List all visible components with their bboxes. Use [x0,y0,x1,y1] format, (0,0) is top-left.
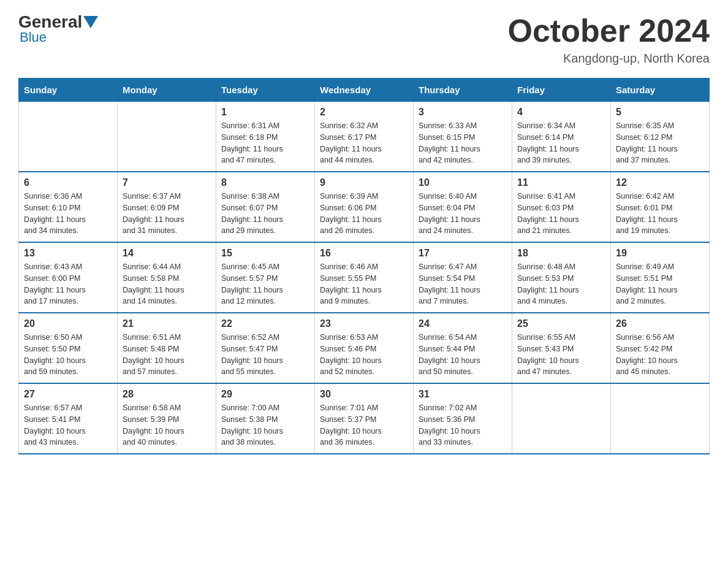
table-row: 17Sunrise: 6:47 AM Sunset: 5:54 PM Dayli… [414,242,512,313]
calendar-week-row: 1Sunrise: 6:31 AM Sunset: 6:18 PM Daylig… [19,102,710,172]
day-info: Sunrise: 6:52 AM Sunset: 5:47 PM Dayligh… [221,332,309,378]
day-info: Sunrise: 6:35 AM Sunset: 6:12 PM Dayligh… [616,120,704,166]
day-number: 16 [320,248,408,259]
day-number: 1 [221,107,309,118]
month-title: October 2024 [508,12,710,49]
day-number: 20 [24,318,112,329]
day-info: Sunrise: 6:33 AM Sunset: 6:15 PM Dayligh… [419,120,507,166]
table-row: 5Sunrise: 6:35 AM Sunset: 6:12 PM Daylig… [611,102,710,172]
day-number: 9 [320,177,408,188]
day-number: 11 [517,177,605,188]
day-number: 13 [24,248,112,259]
table-row: 4Sunrise: 6:34 AM Sunset: 6:14 PM Daylig… [512,102,611,172]
table-row: 13Sunrise: 6:43 AM Sunset: 6:00 PM Dayli… [19,242,118,313]
table-row: 19Sunrise: 6:49 AM Sunset: 5:51 PM Dayli… [611,242,710,313]
day-info: Sunrise: 6:34 AM Sunset: 6:14 PM Dayligh… [517,120,605,166]
day-info: Sunrise: 6:42 AM Sunset: 6:01 PM Dayligh… [616,191,704,237]
day-info: Sunrise: 6:58 AM Sunset: 5:39 PM Dayligh… [123,402,211,448]
table-row: 23Sunrise: 6:53 AM Sunset: 5:46 PM Dayli… [315,313,414,383]
table-row: 21Sunrise: 6:51 AM Sunset: 5:48 PM Dayli… [118,313,216,383]
table-row: 15Sunrise: 6:45 AM Sunset: 5:57 PM Dayli… [216,242,315,313]
table-row: 7Sunrise: 6:37 AM Sunset: 6:09 PM Daylig… [118,172,216,242]
day-number: 10 [419,177,507,188]
table-row: 8Sunrise: 6:38 AM Sunset: 6:07 PM Daylig… [216,172,315,242]
day-info: Sunrise: 6:45 AM Sunset: 5:57 PM Dayligh… [221,261,309,307]
day-info: Sunrise: 7:00 AM Sunset: 5:38 PM Dayligh… [221,402,309,448]
day-number: 4 [517,107,605,118]
table-row [118,102,216,172]
table-row [19,102,118,172]
day-number: 15 [221,248,309,259]
day-info: Sunrise: 6:44 AM Sunset: 5:58 PM Dayligh… [123,261,211,307]
table-row [611,383,710,454]
day-info: Sunrise: 6:54 AM Sunset: 5:44 PM Dayligh… [419,332,507,378]
day-info: Sunrise: 6:48 AM Sunset: 5:53 PM Dayligh… [517,261,605,307]
location-text: Kangdong-up, North Korea [508,52,710,66]
day-number: 21 [123,318,211,329]
header-thursday: Thursday [414,79,512,102]
day-number: 24 [419,318,507,329]
header-monday: Monday [118,79,216,102]
calendar-week-row: 13Sunrise: 6:43 AM Sunset: 6:00 PM Dayli… [19,242,710,313]
day-number: 6 [24,177,112,188]
header-sunday: Sunday [19,79,118,102]
day-info: Sunrise: 6:40 AM Sunset: 6:04 PM Dayligh… [419,191,507,237]
table-row: 30Sunrise: 7:01 AM Sunset: 5:37 PM Dayli… [315,383,414,454]
day-info: Sunrise: 6:51 AM Sunset: 5:48 PM Dayligh… [123,332,211,378]
table-row: 26Sunrise: 6:56 AM Sunset: 5:42 PM Dayli… [611,313,710,383]
day-info: Sunrise: 6:41 AM Sunset: 6:03 PM Dayligh… [517,191,605,237]
header-friday: Friday [512,79,611,102]
day-info: Sunrise: 6:37 AM Sunset: 6:09 PM Dayligh… [123,191,211,237]
day-info: Sunrise: 6:57 AM Sunset: 5:41 PM Dayligh… [24,402,112,448]
table-row: 1Sunrise: 6:31 AM Sunset: 6:18 PM Daylig… [216,102,315,172]
day-number: 31 [419,389,507,400]
day-info: Sunrise: 7:01 AM Sunset: 5:37 PM Dayligh… [320,402,408,448]
day-info: Sunrise: 6:46 AM Sunset: 5:55 PM Dayligh… [320,261,408,307]
day-number: 7 [123,177,211,188]
day-number: 26 [616,318,704,329]
table-row: 18Sunrise: 6:48 AM Sunset: 5:53 PM Dayli… [512,242,611,313]
table-row: 29Sunrise: 7:00 AM Sunset: 5:38 PM Dayli… [216,383,315,454]
day-info: Sunrise: 6:49 AM Sunset: 5:51 PM Dayligh… [616,261,704,307]
day-info: Sunrise: 6:47 AM Sunset: 5:54 PM Dayligh… [419,261,507,307]
logo: General Blue [18,12,99,45]
day-number: 23 [320,318,408,329]
day-number: 30 [320,389,408,400]
table-row: 9Sunrise: 6:39 AM Sunset: 6:06 PM Daylig… [315,172,414,242]
table-row: 6Sunrise: 6:36 AM Sunset: 6:10 PM Daylig… [19,172,118,242]
day-number: 29 [221,389,309,400]
day-info: Sunrise: 6:36 AM Sunset: 6:10 PM Dayligh… [24,191,112,237]
table-row [512,383,611,454]
day-number: 2 [320,107,408,118]
table-row: 27Sunrise: 6:57 AM Sunset: 5:41 PM Dayli… [19,383,118,454]
table-row: 24Sunrise: 6:54 AM Sunset: 5:44 PM Dayli… [414,313,512,383]
calendar-header-row: Sunday Monday Tuesday Wednesday Thursday… [19,79,710,102]
day-number: 18 [517,248,605,259]
calendar-week-row: 27Sunrise: 6:57 AM Sunset: 5:41 PM Dayli… [19,383,710,454]
day-info: Sunrise: 6:32 AM Sunset: 6:17 PM Dayligh… [320,120,408,166]
logo-triangle-icon [83,16,98,28]
day-number: 14 [123,248,211,259]
day-number: 27 [24,389,112,400]
day-info: Sunrise: 6:39 AM Sunset: 6:06 PM Dayligh… [320,191,408,237]
day-number: 17 [419,248,507,259]
table-row: 28Sunrise: 6:58 AM Sunset: 5:39 PM Dayli… [118,383,216,454]
day-number: 19 [616,248,704,259]
calendar-week-row: 20Sunrise: 6:50 AM Sunset: 5:50 PM Dayli… [19,313,710,383]
table-row: 31Sunrise: 7:02 AM Sunset: 5:36 PM Dayli… [414,383,512,454]
day-number: 3 [419,107,507,118]
table-row: 3Sunrise: 6:33 AM Sunset: 6:15 PM Daylig… [414,102,512,172]
day-info: Sunrise: 6:43 AM Sunset: 6:00 PM Dayligh… [24,261,112,307]
table-row: 16Sunrise: 6:46 AM Sunset: 5:55 PM Dayli… [315,242,414,313]
table-row: 22Sunrise: 6:52 AM Sunset: 5:47 PM Dayli… [216,313,315,383]
day-number: 25 [517,318,605,329]
table-row: 20Sunrise: 6:50 AM Sunset: 5:50 PM Dayli… [19,313,118,383]
header-wednesday: Wednesday [315,79,414,102]
table-row: 25Sunrise: 6:55 AM Sunset: 5:43 PM Dayli… [512,313,611,383]
day-number: 28 [123,389,211,400]
logo-blue-text: Blue [20,29,47,45]
day-number: 5 [616,107,704,118]
day-info: Sunrise: 6:53 AM Sunset: 5:46 PM Dayligh… [320,332,408,378]
day-info: Sunrise: 6:55 AM Sunset: 5:43 PM Dayligh… [517,332,605,378]
table-row: 12Sunrise: 6:42 AM Sunset: 6:01 PM Dayli… [611,172,710,242]
